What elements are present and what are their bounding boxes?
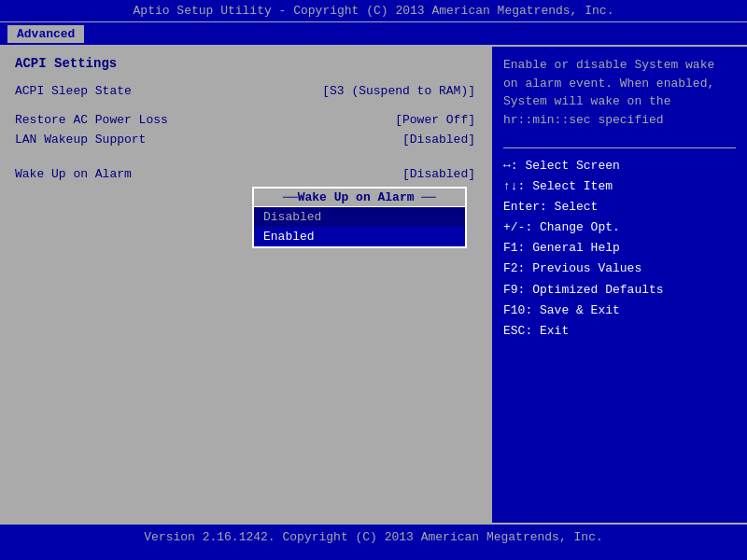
lan-wakeup-label: LAN Wakeup Support	[15, 133, 146, 147]
footer: Version 2.16.1242. Copyright (C) 2013 Am…	[0, 523, 747, 549]
key-help: ↔: Select Screen ↑↓: Select Item Enter: …	[503, 156, 736, 342]
tab-advanced[interactable]: Advanced	[7, 25, 84, 43]
main-content: ACPI Settings ACPI Sleep State [S3 (Susp…	[0, 47, 747, 523]
wake-up-label: Wake Up on Alarm	[15, 167, 132, 181]
wake-up-value: [Disabled]	[402, 167, 475, 181]
key-f2: F2: Previous Values	[503, 259, 736, 279]
key-enter: Enter: Select	[503, 197, 736, 217]
tabbar: Advanced	[0, 22, 747, 47]
header: Aptio Setup Utility - Copyright (C) 2013…	[0, 0, 747, 22]
footer-text: Version 2.16.1242. Copyright (C) 2013 Am…	[144, 530, 602, 544]
key-select-screen: ↔: Select Screen	[503, 156, 736, 176]
key-f10-label: F10: Save & Exit	[503, 303, 620, 317]
key-plus-minus: +/-: Change Opt.	[503, 220, 620, 234]
key-esc-label: ESC: Exit	[503, 324, 569, 338]
setting-row-lan-wakeup: LAN Wakeup Support [Disabled]	[15, 133, 475, 147]
key-lr-arrows: ↔: Select Screen	[503, 159, 620, 173]
header-title: Aptio Setup Utility - Copyright (C) 2013…	[134, 4, 614, 18]
key-enter-label: Enter: Select	[503, 200, 598, 214]
power-loss-value: [Power Off]	[395, 113, 475, 127]
power-loss-label: Restore AC Power Loss	[15, 113, 168, 127]
section-title: ACPI Settings	[15, 56, 475, 71]
help-text: Enable or disable System wake on alarm e…	[503, 56, 736, 129]
sleep-state-label: ACPI Sleep State	[15, 84, 132, 98]
lan-wakeup-value: [Disabled]	[402, 133, 475, 147]
key-change-opt: +/-: Change Opt.	[503, 217, 736, 238]
key-f9: F9: Optimized Defaults	[503, 280, 736, 301]
divider	[503, 147, 736, 148]
left-panel: ACPI Settings ACPI Sleep State [S3 (Susp…	[0, 47, 490, 523]
right-panel: Enable or disable System wake on alarm e…	[490, 47, 747, 523]
key-f1-label: F1: General Help	[503, 241, 620, 255]
key-select-item: ↑↓: Select Item	[503, 176, 736, 197]
setting-row-wake-up[interactable]: Wake Up on Alarm [Disabled]	[15, 167, 475, 181]
key-f10: F10: Save & Exit	[503, 301, 736, 321]
key-ud-arrows: ↑↓: Select Item	[503, 179, 613, 193]
key-esc: ESC: Exit	[503, 321, 736, 342]
popup-option-disabled[interactable]: Disabled	[254, 207, 465, 227]
setting-row-sleep-state: ACPI Sleep State [S3 (Suspend to RAM)]	[15, 84, 475, 98]
key-f2-label: F2: Previous Values	[503, 261, 641, 275]
setting-row-power-loss: Restore AC Power Loss [Power Off]	[15, 113, 475, 127]
key-f9-label: F9: Optimized Defaults	[503, 283, 664, 297]
popup-title: Wake Up on Alarm	[254, 189, 465, 207]
popup-option-enabled[interactable]: Enabled	[254, 227, 465, 246]
sleep-state-value: [S3 (Suspend to RAM)]	[322, 84, 475, 98]
key-f1: F1: General Help	[503, 238, 736, 259]
dropdown-popup[interactable]: Wake Up on Alarm Disabled Enabled	[252, 187, 467, 248]
